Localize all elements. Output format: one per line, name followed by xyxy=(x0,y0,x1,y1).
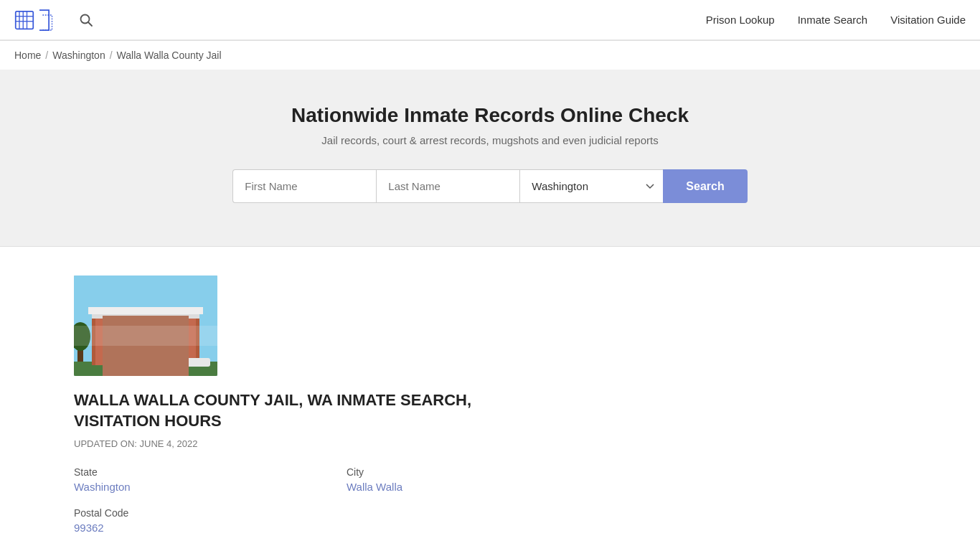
svg-rect-20 xyxy=(182,358,210,367)
breadcrumb-sep-1: / xyxy=(45,50,48,61)
jail-building-svg xyxy=(74,276,217,376)
svg-rect-10 xyxy=(92,311,199,365)
svg-rect-17 xyxy=(88,307,203,314)
header-left xyxy=(14,6,96,34)
svg-rect-16 xyxy=(137,347,154,365)
site-logo xyxy=(14,6,65,34)
postal-field: Postal Code 99362 xyxy=(74,507,303,534)
jail-info-grid: State Washington City Walla Walla Postal… xyxy=(74,466,576,534)
svg-rect-13 xyxy=(106,326,121,344)
nav-prison-lookup[interactable]: Prison Lookup xyxy=(706,14,775,26)
nav-inmate-search[interactable]: Inmate Search xyxy=(798,14,868,26)
breadcrumb: Home / Washington / Walla Walla County J… xyxy=(0,41,980,70)
nav-visitation-guide[interactable]: Visitation Guide xyxy=(890,14,966,26)
main-nav: Prison Lookup Inmate Search Visitation G… xyxy=(706,14,966,26)
breadcrumb-current: Walla Walla County Jail xyxy=(117,50,222,61)
breadcrumb-sep-2: / xyxy=(110,50,113,61)
jail-image-inner xyxy=(74,276,217,376)
logo-icon xyxy=(14,6,65,34)
jail-image xyxy=(74,276,217,376)
updated-label: UPDATED ON: JUNE 4, 2022 xyxy=(74,438,906,449)
postal-label: Postal Code xyxy=(74,507,303,519)
first-name-input[interactable] xyxy=(232,169,376,203)
city-field: City Walla Walla xyxy=(347,466,576,493)
state-value: Washington xyxy=(74,481,303,493)
svg-rect-11 xyxy=(95,315,196,365)
svg-rect-14 xyxy=(138,326,153,344)
search-button[interactable]: Search xyxy=(663,169,747,203)
jail-title: WALLA WALLA COUNTY JAIL, WA INMATE SEARC… xyxy=(74,390,504,431)
state-label: State xyxy=(74,466,303,478)
site-header: Prison Lookup Inmate Search Visitation G… xyxy=(0,0,980,40)
breadcrumb-state[interactable]: Washington xyxy=(52,50,105,61)
postal-value: 99362 xyxy=(74,522,303,534)
breadcrumb-home[interactable]: Home xyxy=(14,50,41,61)
city-label: City xyxy=(347,466,576,478)
hero-subtitle: Jail records, court & arrest records, mu… xyxy=(14,134,966,146)
hero-section: Nationwide Inmate Records Online Check J… xyxy=(0,70,980,246)
hero-title: Nationwide Inmate Records Online Check xyxy=(14,104,966,127)
svg-rect-15 xyxy=(171,326,185,344)
city-value: Walla Walla xyxy=(347,481,576,493)
inmate-search-form: Washington Alabama Alaska Arizona Arkans… xyxy=(210,169,770,203)
svg-rect-0 xyxy=(16,11,34,29)
state-select[interactable]: Washington Alabama Alaska Arizona Arkans… xyxy=(519,169,663,203)
svg-line-7 xyxy=(88,22,92,26)
main-content: WALLA WALLA COUNTY JAIL, WA INMATE SEARC… xyxy=(60,247,920,551)
search-icon xyxy=(79,13,93,27)
last-name-input[interactable] xyxy=(376,169,519,203)
search-toggle-button[interactable] xyxy=(76,10,96,30)
state-field: State Washington xyxy=(74,466,303,493)
